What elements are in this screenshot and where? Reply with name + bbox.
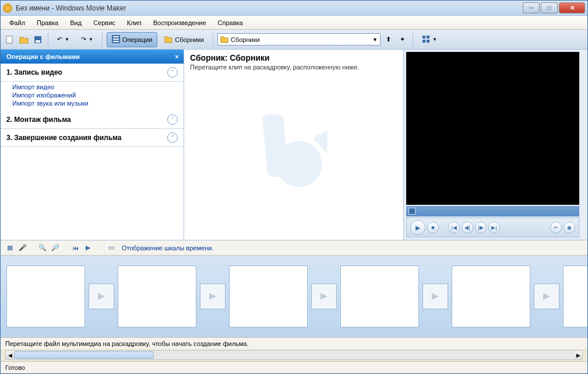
stop-button[interactable]: ■ <box>427 222 439 233</box>
save-icon[interactable] <box>32 34 44 46</box>
frame-back-button[interactable]: ◀| <box>462 222 473 233</box>
chevron-down-icon[interactable]: ˅ <box>167 114 178 125</box>
transition-slot[interactable] <box>89 284 114 309</box>
transition-slot[interactable] <box>311 284 337 309</box>
menu-edit[interactable]: Правка <box>31 18 64 28</box>
storyboard-slot[interactable] <box>452 265 559 327</box>
undo-icon: ↶ <box>57 36 62 43</box>
task-pane-title: Операции с фильмами <box>6 53 80 60</box>
storyboard-slot[interactable] <box>563 265 587 327</box>
task-pane: Операции с фильмами × 1. Запись видео ˄ … <box>1 50 184 240</box>
task-section-2[interactable]: 2. Монтаж фильма ˅ <box>1 111 184 129</box>
storyboard-thumb[interactable] <box>229 265 308 327</box>
play-timeline-icon[interactable]: ▶ <box>83 243 93 253</box>
seek-thumb-icon[interactable] <box>409 208 416 215</box>
up-level-icon[interactable]: ⬆ <box>383 34 395 46</box>
combo-value: Сборники <box>231 36 260 43</box>
new-project-icon[interactable] <box>4 34 16 46</box>
link-import-audio[interactable]: Импорт звука или музыки <box>12 99 184 107</box>
narrate-icon[interactable]: 🎤 <box>18 243 27 253</box>
svg-rect-2 <box>36 40 40 43</box>
folder-icon <box>164 35 172 44</box>
title-bar[interactable]: Без имени - Windows Movie Maker ─ □ ✕ <box>1 1 587 16</box>
minimize-button[interactable]: ─ <box>523 2 540 13</box>
storyboard-hint: Перетащите файл мультимедиа на раскадров… <box>1 337 587 349</box>
content-hint: Перетащите клип на раскадровку, располож… <box>190 64 397 71</box>
task-section-1[interactable]: 1. Запись видео ˄ <box>1 64 184 82</box>
link-import-video[interactable]: Импорт видео <box>12 83 184 91</box>
menu-help[interactable]: Справка <box>213 18 248 28</box>
tasks-label: Операции <box>122 36 152 43</box>
timeline-label[interactable]: Отображение шкалы времени. <box>122 244 213 251</box>
content-pane: Сборник: Сборники Перетащите клип на рас… <box>184 50 403 240</box>
close-icon[interactable]: × <box>175 53 179 60</box>
zoom-in-icon[interactable]: 🔍 <box>38 243 47 253</box>
menu-view[interactable]: Вид <box>65 18 87 28</box>
horizontal-scrollbar[interactable]: ◀ ▶ <box>5 350 583 360</box>
toolbar: ↶▼ ↷▼ Операции Сборники Сборники ▼ ⬆ ✦ ▼ <box>1 30 587 50</box>
snapshot-button[interactable]: ◉ <box>564 222 575 233</box>
separator <box>102 33 103 47</box>
zoom-out-icon[interactable]: 🔎 <box>51 243 60 253</box>
play-button[interactable]: ▶ <box>410 220 425 235</box>
separator <box>48 33 48 47</box>
tasks-icon <box>112 35 120 44</box>
chevron-down-icon[interactable]: ˅ <box>167 132 178 143</box>
chevron-up-icon[interactable]: ˄ <box>167 67 178 78</box>
prev-clip-button[interactable]: |◀ <box>448 222 460 233</box>
menu-play[interactable]: Воспроизведение <box>148 18 212 28</box>
frame-fwd-button[interactable]: |▶ <box>475 222 487 233</box>
app-window: Без имени - Windows Movie Maker ─ □ ✕ Фа… <box>0 0 588 374</box>
main-area: Операции с фильмами × 1. Запись видео ˄ … <box>1 50 587 240</box>
menu-clip[interactable]: Клип <box>122 18 147 28</box>
storyboard-icon: ▭ <box>107 243 116 253</box>
storyboard-thumb[interactable] <box>6 265 85 327</box>
collections-combo[interactable]: Сборники ▼ <box>217 33 381 46</box>
split-button[interactable]: ✂ <box>550 222 562 233</box>
redo-button[interactable]: ↷▼ <box>76 32 98 47</box>
storyboard-thumb[interactable] <box>563 265 587 327</box>
view-mode-button[interactable]: ▼ <box>417 32 442 47</box>
preview-seek-bar[interactable] <box>406 206 579 216</box>
next-clip-button[interactable]: ▶| <box>488 222 500 233</box>
svg-rect-9 <box>422 40 425 43</box>
rewind-icon[interactable]: ⏮ <box>71 243 80 253</box>
task-section-3[interactable]: 3. Завершение создания фильма ˅ <box>1 129 184 147</box>
timeline-view-icon[interactable]: ▦ <box>5 243 15 253</box>
new-folder-icon[interactable]: ✦ <box>397 34 409 46</box>
storyboard-slot[interactable] <box>229 265 337 327</box>
storyboard-thumb[interactable] <box>118 265 196 327</box>
open-icon[interactable] <box>18 34 30 46</box>
scroll-left-icon[interactable]: ◀ <box>6 351 14 359</box>
storyboard-slot[interactable] <box>340 265 448 327</box>
menu-file[interactable]: Файл <box>4 18 30 28</box>
separator <box>213 33 213 47</box>
section-title: 3. Завершение создания фильма <box>6 134 167 142</box>
menu-tools[interactable]: Сервис <box>88 18 121 28</box>
tasks-button[interactable]: Операции <box>107 32 157 47</box>
watermark-filmreel-icon <box>241 101 346 207</box>
scroll-thumb[interactable] <box>14 351 154 359</box>
task-pane-header: Операции с фильмами × <box>1 50 184 64</box>
storyboard-thumb[interactable] <box>340 265 419 327</box>
link-import-images[interactable]: Импорт изображений <box>12 91 184 99</box>
transition-slot[interactable] <box>534 284 559 309</box>
svg-rect-7 <box>422 36 425 39</box>
transition-slot[interactable] <box>422 284 448 309</box>
svg-rect-10 <box>427 40 429 43</box>
status-text: Готово <box>5 364 25 371</box>
timeline-toolbar: ▦ 🎤 🔍 🔎 ⏮ ▶ ▭ Отображение шкалы времени. <box>1 240 587 256</box>
collections-label: Сборники <box>175 36 204 43</box>
storyboard[interactable] <box>1 256 587 337</box>
storyboard-slot[interactable] <box>118 265 226 327</box>
close-button[interactable]: ✕ <box>559 2 585 13</box>
storyboard-thumb[interactable] <box>452 265 530 327</box>
collections-button[interactable]: Сборники <box>160 32 209 47</box>
preview-controls: ▶ ■ |◀ ◀| |▶ ▶| ✂ ◉ <box>406 218 579 237</box>
undo-button[interactable]: ↶▼ <box>52 32 74 47</box>
svg-rect-6 <box>113 41 119 42</box>
transition-slot[interactable] <box>200 284 226 309</box>
scroll-right-icon[interactable]: ▶ <box>574 351 582 359</box>
storyboard-slot[interactable] <box>6 265 114 327</box>
maximize-button[interactable]: □ <box>541 2 558 13</box>
